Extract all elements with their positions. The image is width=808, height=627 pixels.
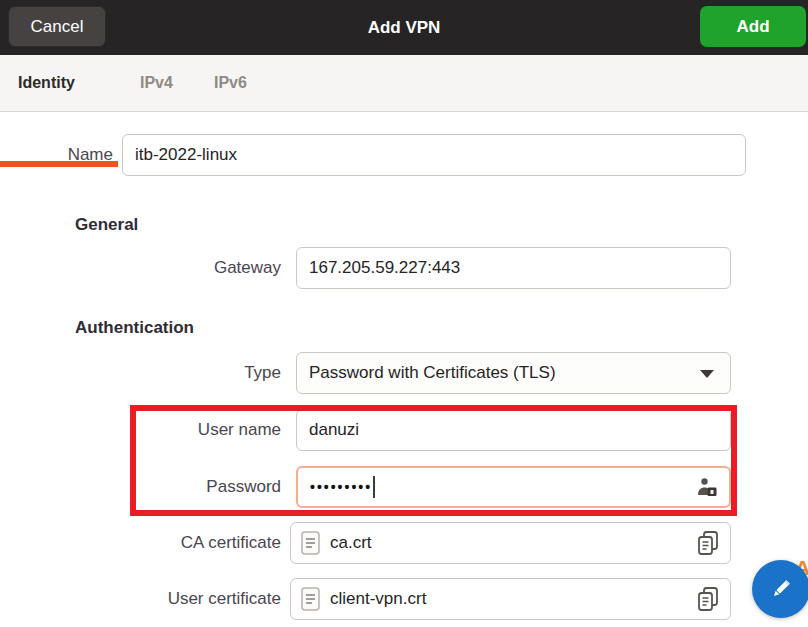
- password-label: Password: [0, 466, 281, 508]
- pencil-icon: [768, 576, 794, 602]
- type-selected-value: Password with Certificates (TLS): [309, 363, 556, 383]
- gateway-value: 167.205.59.227:443: [309, 258, 460, 278]
- tab-ipv6[interactable]: IPv6: [214, 55, 247, 111]
- username-label: User name: [0, 409, 281, 451]
- text-caret: [373, 476, 375, 498]
- username-input[interactable]: danuzi: [296, 409, 731, 451]
- file-icon: [301, 587, 321, 611]
- name-input[interactable]: itb-2022-linux: [122, 134, 746, 176]
- ca-certificate-filename: ca.crt: [330, 533, 372, 553]
- dialog-title: Add VPN: [0, 0, 808, 55]
- chevron-down-icon: [700, 370, 714, 378]
- copy-icon[interactable]: [696, 586, 720, 612]
- password-masked-value: •••••••••: [310, 479, 372, 495]
- name-label: Name: [0, 134, 113, 176]
- password-input[interactable]: •••••••••: [296, 466, 731, 508]
- tab-bar: Identity IPv4 IPv6: [0, 55, 808, 112]
- header-bar: Cancel Add VPN Add: [0, 0, 808, 55]
- add-vpn-dialog: { "header": { "cancel_label": "Cancel", …: [0, 0, 808, 627]
- ca-certificate-chooser[interactable]: ca.crt: [290, 522, 731, 564]
- gateway-label: Gateway: [0, 247, 281, 289]
- authentication-heading: Authentication: [75, 318, 194, 338]
- user-certificate-filename: client-vpn.crt: [330, 589, 426, 609]
- type-label: Type: [0, 352, 281, 394]
- username-value: danuzi: [309, 420, 359, 440]
- cancel-button[interactable]: Cancel: [8, 6, 106, 47]
- edit-fab-button[interactable]: [752, 560, 808, 618]
- file-icon: [301, 531, 321, 555]
- user-certificate-chooser[interactable]: client-vpn.crt: [290, 578, 731, 620]
- type-dropdown[interactable]: Password with Certificates (TLS): [296, 352, 731, 394]
- tab-ipv4[interactable]: IPv4: [140, 55, 173, 111]
- tab-identity[interactable]: Identity: [18, 55, 75, 111]
- add-button[interactable]: Add: [700, 6, 806, 47]
- person-lock-icon[interactable]: [695, 475, 719, 499]
- copy-icon[interactable]: [696, 530, 720, 556]
- general-heading: General: [75, 215, 138, 235]
- gateway-input[interactable]: 167.205.59.227:443: [296, 247, 731, 289]
- ca-certificate-label: CA certificate: [0, 522, 281, 564]
- user-certificate-label: User certificate: [0, 578, 281, 620]
- name-value: itb-2022-linux: [135, 145, 237, 165]
